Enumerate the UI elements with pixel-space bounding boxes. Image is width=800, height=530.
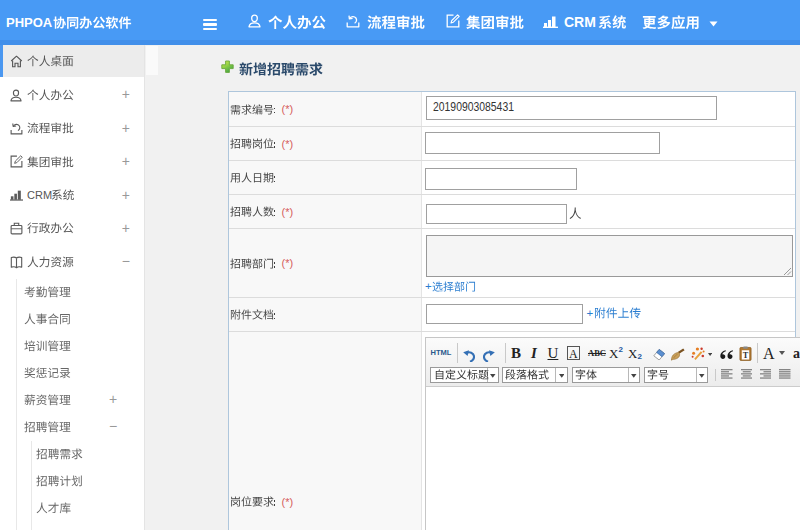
svg-text:T: T: [743, 351, 749, 360]
